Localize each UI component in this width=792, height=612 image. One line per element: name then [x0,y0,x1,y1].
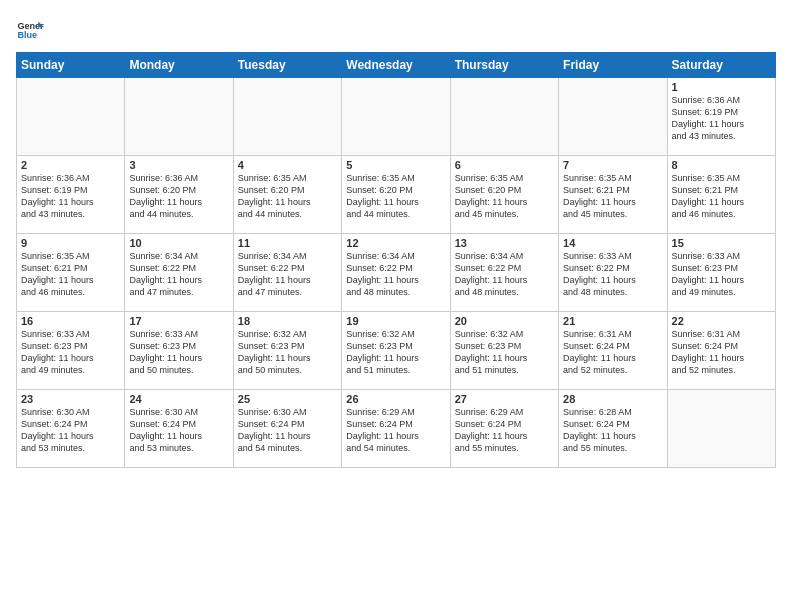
day-info: Sunrise: 6:32 AM Sunset: 6:23 PM Dayligh… [238,328,337,377]
day-number: 14 [563,237,662,249]
calendar-cell: 17Sunrise: 6:33 AM Sunset: 6:23 PM Dayli… [125,312,233,390]
week-row-5: 23Sunrise: 6:30 AM Sunset: 6:24 PM Dayli… [17,390,776,468]
day-info: Sunrise: 6:35 AM Sunset: 6:20 PM Dayligh… [346,172,445,221]
calendar-cell: 26Sunrise: 6:29 AM Sunset: 6:24 PM Dayli… [342,390,450,468]
day-info: Sunrise: 6:35 AM Sunset: 6:20 PM Dayligh… [455,172,554,221]
weekday-header-friday: Friday [559,53,667,78]
calendar-cell: 23Sunrise: 6:30 AM Sunset: 6:24 PM Dayli… [17,390,125,468]
day-number: 27 [455,393,554,405]
calendar-cell: 20Sunrise: 6:32 AM Sunset: 6:23 PM Dayli… [450,312,558,390]
weekday-header-monday: Monday [125,53,233,78]
day-number: 25 [238,393,337,405]
day-info: Sunrise: 6:28 AM Sunset: 6:24 PM Dayligh… [563,406,662,455]
calendar-cell: 16Sunrise: 6:33 AM Sunset: 6:23 PM Dayli… [17,312,125,390]
calendar-cell [667,390,775,468]
day-number: 10 [129,237,228,249]
day-info: Sunrise: 6:34 AM Sunset: 6:22 PM Dayligh… [346,250,445,299]
day-number: 16 [21,315,120,327]
day-info: Sunrise: 6:34 AM Sunset: 6:22 PM Dayligh… [129,250,228,299]
day-number: 6 [455,159,554,171]
day-info: Sunrise: 6:32 AM Sunset: 6:23 PM Dayligh… [455,328,554,377]
day-info: Sunrise: 6:29 AM Sunset: 6:24 PM Dayligh… [346,406,445,455]
calendar-cell [17,78,125,156]
day-info: Sunrise: 6:30 AM Sunset: 6:24 PM Dayligh… [21,406,120,455]
day-info: Sunrise: 6:34 AM Sunset: 6:22 PM Dayligh… [455,250,554,299]
day-number: 5 [346,159,445,171]
week-row-3: 9Sunrise: 6:35 AM Sunset: 6:21 PM Daylig… [17,234,776,312]
logo-icon: General Blue [16,16,44,44]
calendar-cell [233,78,341,156]
day-number: 22 [672,315,771,327]
weekday-header-saturday: Saturday [667,53,775,78]
week-row-4: 16Sunrise: 6:33 AM Sunset: 6:23 PM Dayli… [17,312,776,390]
day-number: 9 [21,237,120,249]
day-number: 12 [346,237,445,249]
day-info: Sunrise: 6:30 AM Sunset: 6:24 PM Dayligh… [238,406,337,455]
weekday-header-wednesday: Wednesday [342,53,450,78]
calendar-cell: 9Sunrise: 6:35 AM Sunset: 6:21 PM Daylig… [17,234,125,312]
day-info: Sunrise: 6:30 AM Sunset: 6:24 PM Dayligh… [129,406,228,455]
day-number: 28 [563,393,662,405]
day-number: 19 [346,315,445,327]
day-number: 17 [129,315,228,327]
day-info: Sunrise: 6:31 AM Sunset: 6:24 PM Dayligh… [563,328,662,377]
day-info: Sunrise: 6:35 AM Sunset: 6:21 PM Dayligh… [21,250,120,299]
day-number: 8 [672,159,771,171]
day-info: Sunrise: 6:36 AM Sunset: 6:19 PM Dayligh… [672,94,771,143]
weekday-header-sunday: Sunday [17,53,125,78]
calendar-cell: 25Sunrise: 6:30 AM Sunset: 6:24 PM Dayli… [233,390,341,468]
calendar: SundayMondayTuesdayWednesdayThursdayFrid… [16,52,776,468]
weekday-header-thursday: Thursday [450,53,558,78]
svg-text:Blue: Blue [17,30,37,40]
header: General Blue [16,16,776,44]
day-number: 23 [21,393,120,405]
calendar-cell: 22Sunrise: 6:31 AM Sunset: 6:24 PM Dayli… [667,312,775,390]
day-info: Sunrise: 6:33 AM Sunset: 6:23 PM Dayligh… [129,328,228,377]
day-info: Sunrise: 6:34 AM Sunset: 6:22 PM Dayligh… [238,250,337,299]
day-number: 11 [238,237,337,249]
calendar-cell: 2Sunrise: 6:36 AM Sunset: 6:19 PM Daylig… [17,156,125,234]
day-number: 7 [563,159,662,171]
day-info: Sunrise: 6:33 AM Sunset: 6:23 PM Dayligh… [672,250,771,299]
calendar-cell: 11Sunrise: 6:34 AM Sunset: 6:22 PM Dayli… [233,234,341,312]
calendar-cell: 4Sunrise: 6:35 AM Sunset: 6:20 PM Daylig… [233,156,341,234]
calendar-cell: 3Sunrise: 6:36 AM Sunset: 6:20 PM Daylig… [125,156,233,234]
day-number: 4 [238,159,337,171]
calendar-cell [125,78,233,156]
calendar-cell: 14Sunrise: 6:33 AM Sunset: 6:22 PM Dayli… [559,234,667,312]
calendar-cell [559,78,667,156]
calendar-cell: 21Sunrise: 6:31 AM Sunset: 6:24 PM Dayli… [559,312,667,390]
calendar-cell: 8Sunrise: 6:35 AM Sunset: 6:21 PM Daylig… [667,156,775,234]
day-info: Sunrise: 6:29 AM Sunset: 6:24 PM Dayligh… [455,406,554,455]
day-info: Sunrise: 6:35 AM Sunset: 6:21 PM Dayligh… [672,172,771,221]
day-number: 18 [238,315,337,327]
day-info: Sunrise: 6:32 AM Sunset: 6:23 PM Dayligh… [346,328,445,377]
calendar-cell [450,78,558,156]
day-info: Sunrise: 6:36 AM Sunset: 6:19 PM Dayligh… [21,172,120,221]
day-number: 2 [21,159,120,171]
day-info: Sunrise: 6:33 AM Sunset: 6:23 PM Dayligh… [21,328,120,377]
calendar-cell [342,78,450,156]
calendar-cell: 13Sunrise: 6:34 AM Sunset: 6:22 PM Dayli… [450,234,558,312]
calendar-cell: 27Sunrise: 6:29 AM Sunset: 6:24 PM Dayli… [450,390,558,468]
week-row-1: 1Sunrise: 6:36 AM Sunset: 6:19 PM Daylig… [17,78,776,156]
calendar-cell: 18Sunrise: 6:32 AM Sunset: 6:23 PM Dayli… [233,312,341,390]
calendar-cell: 15Sunrise: 6:33 AM Sunset: 6:23 PM Dayli… [667,234,775,312]
day-info: Sunrise: 6:35 AM Sunset: 6:21 PM Dayligh… [563,172,662,221]
calendar-cell: 5Sunrise: 6:35 AM Sunset: 6:20 PM Daylig… [342,156,450,234]
day-number: 15 [672,237,771,249]
calendar-cell: 7Sunrise: 6:35 AM Sunset: 6:21 PM Daylig… [559,156,667,234]
day-number: 24 [129,393,228,405]
day-info: Sunrise: 6:31 AM Sunset: 6:24 PM Dayligh… [672,328,771,377]
logo: General Blue [16,16,44,44]
day-number: 20 [455,315,554,327]
day-number: 26 [346,393,445,405]
calendar-cell: 19Sunrise: 6:32 AM Sunset: 6:23 PM Dayli… [342,312,450,390]
day-number: 1 [672,81,771,93]
day-number: 3 [129,159,228,171]
weekday-header-tuesday: Tuesday [233,53,341,78]
calendar-cell: 1Sunrise: 6:36 AM Sunset: 6:19 PM Daylig… [667,78,775,156]
calendar-cell: 10Sunrise: 6:34 AM Sunset: 6:22 PM Dayli… [125,234,233,312]
calendar-cell: 6Sunrise: 6:35 AM Sunset: 6:20 PM Daylig… [450,156,558,234]
calendar-cell: 28Sunrise: 6:28 AM Sunset: 6:24 PM Dayli… [559,390,667,468]
